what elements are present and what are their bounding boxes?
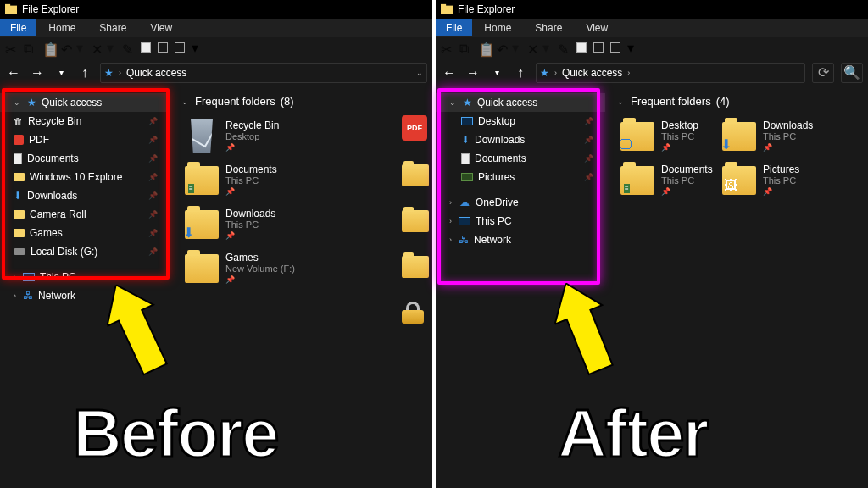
layout-details-icon[interactable]: [593, 42, 604, 53]
partial-folder-icon[interactable]: [402, 164, 429, 186]
quick-access-toolbar: ✂ ⧉ 📋 ↶▾ ✕▾ ✎ ▾: [436, 37, 868, 58]
recent-dropdown[interactable]: ▾: [53, 64, 70, 81]
copy-icon[interactable]: ⧉: [459, 42, 471, 53]
folder-icon: ⬇: [722, 122, 756, 151]
sidebar-item[interactable]: ›This PC: [436, 212, 605, 230]
address-bar[interactable]: ★ › Quick access ⌄: [100, 63, 427, 83]
sidebar-item[interactable]: Camera Roll📌: [0, 205, 170, 224]
frequent-folder[interactable]: 🖵DesktopThis PC📌: [617, 116, 710, 157]
sidebar-item[interactable]: ⌄★Quick access: [0, 93, 170, 112]
pin-icon: 📌: [225, 187, 277, 196]
expand-caret-icon[interactable]: ›: [449, 198, 452, 207]
up-button[interactable]: ↑: [76, 64, 93, 81]
delete-icon[interactable]: ✕: [527, 42, 539, 53]
sidebar-item[interactable]: Documents📌: [0, 149, 170, 168]
menu-home[interactable]: Home: [472, 19, 523, 36]
cut-icon[interactable]: ✂: [441, 42, 453, 53]
sidebar-item[interactable]: ›🖧Network: [436, 230, 605, 249]
sidebar-item[interactable]: ⬇Downloads📌: [0, 186, 170, 205]
menu-file[interactable]: File: [436, 19, 472, 36]
sidebar-item[interactable]: Windows 10 Explore📌: [0, 168, 170, 186]
sidebar-item-label: This PC: [476, 215, 512, 227]
folder-location: This PC: [661, 175, 713, 186]
menu-view[interactable]: View: [138, 19, 184, 36]
refresh-button[interactable]: ⟳: [812, 63, 834, 83]
window-title: File Explorer: [458, 3, 515, 15]
frequent-folder[interactable]: ≡DocumentsThis PC📌: [617, 160, 710, 201]
sidebar-item[interactable]: Desktop📌: [436, 112, 605, 130]
expand-caret-icon[interactable]: ⌄: [617, 97, 624, 106]
sidebar-item[interactable]: Games📌: [0, 224, 170, 242]
copy-icon[interactable]: ⧉: [24, 42, 36, 53]
star-icon: ★: [27, 97, 36, 108]
paste-icon[interactable]: 📋: [478, 42, 490, 53]
menu-share[interactable]: Share: [87, 19, 138, 36]
layout-details-icon[interactable]: [158, 42, 168, 53]
undo-icon[interactable]: ↶: [497, 42, 509, 53]
sidebar-item[interactable]: Documents📌: [436, 149, 605, 168]
frequent-folder[interactable]: ≡DocumentsThis PC📌: [181, 160, 368, 201]
expand-caret-icon[interactable]: ⌄: [449, 98, 456, 107]
menu-view[interactable]: View: [574, 19, 620, 36]
menu-file[interactable]: File: [0, 19, 36, 36]
expand-caret-icon[interactable]: ›: [449, 217, 452, 225]
menu-bar: File Home Share View: [436, 19, 868, 37]
expand-caret-icon[interactable]: ›: [14, 291, 16, 300]
rename-icon[interactable]: ✎: [558, 42, 570, 53]
cut-icon[interactable]: ✂: [5, 42, 17, 53]
sidebar-item[interactable]: Local Disk (G:)📌: [0, 242, 170, 261]
sidebar-item-label: Pictures: [478, 171, 515, 183]
forward-button[interactable]: →: [465, 64, 481, 81]
layout-list-icon[interactable]: [610, 42, 620, 53]
layout-list-icon[interactable]: [175, 42, 185, 53]
partial-folder-icon[interactable]: PDF: [402, 115, 429, 141]
back-button[interactable]: ←: [5, 64, 22, 81]
partial-folder-icon[interactable]: [402, 256, 429, 278]
sidebar-item[interactable]: 🗑Recycle Bin📌: [0, 112, 170, 130]
nav-tree: ⌄★Quick access🗑Recycle Bin📌PDF📌Documents…: [0, 86, 170, 488]
expand-caret-icon[interactable]: ⌄: [181, 97, 188, 106]
folder-icon: ≡: [185, 166, 219, 195]
sidebar-item[interactable]: PDF📌: [0, 130, 170, 149]
sidebar-item[interactable]: ›🖧Network: [0, 286, 170, 305]
delete-icon[interactable]: ✕: [92, 42, 103, 53]
sidebar-item[interactable]: Pictures📌: [436, 168, 605, 186]
expand-caret-icon[interactable]: ›: [14, 273, 16, 281]
recent-dropdown[interactable]: ▾: [488, 64, 505, 81]
up-button[interactable]: ↑: [512, 64, 529, 81]
frequent-folder[interactable]: Recycle BinDesktop📌: [181, 116, 368, 157]
pdf-icon: PDF: [402, 115, 427, 141]
expand-caret-icon[interactable]: ›: [449, 236, 452, 244]
search-button[interactable]: 🔍: [841, 63, 863, 83]
sidebar-item[interactable]: ›☁OneDrive: [436, 193, 605, 212]
paste-icon[interactable]: 📋: [42, 42, 54, 53]
expand-caret-icon[interactable]: ⌄: [14, 98, 20, 107]
partial-folder-icon[interactable]: [402, 302, 429, 324]
sidebar-item[interactable]: ›This PC: [0, 268, 170, 286]
menu-home[interactable]: Home: [36, 19, 87, 36]
pin-icon: 📌: [148, 229, 163, 237]
forward-button[interactable]: →: [29, 64, 46, 81]
frequent-folder[interactable]: GamesNew Volume (F:)📌: [181, 248, 368, 289]
chevron-down-icon[interactable]: ⌄: [416, 69, 423, 77]
partial-folder-icon[interactable]: [402, 210, 429, 232]
rename-icon[interactable]: ✎: [122, 42, 134, 53]
pin-icon: 📌: [584, 117, 598, 125]
menu-share[interactable]: Share: [523, 19, 574, 36]
frequent-folder[interactable]: ⬇DownloadsThis PC📌: [181, 204, 368, 245]
folder-name: Documents: [661, 164, 713, 175]
pin-icon: 📌: [661, 143, 698, 152]
frequent-folder[interactable]: 🖼PicturesThis PC📌: [719, 160, 812, 201]
pictures-icon: [461, 173, 473, 181]
layout-large-icon[interactable]: [576, 42, 587, 53]
cloud-icon: ☁: [459, 198, 470, 207]
back-button[interactable]: ←: [441, 64, 458, 81]
address-bar[interactable]: ★ › Quick access ›: [536, 63, 805, 83]
folder-icon: [402, 164, 429, 186]
layout-large-icon[interactable]: [141, 42, 151, 53]
sidebar-item[interactable]: ⌄★Quick access: [436, 93, 605, 112]
sidebar-item[interactable]: ⬇Downloads📌: [436, 130, 605, 149]
breadcrumb-label: Quick access: [126, 67, 186, 79]
undo-icon[interactable]: ↶: [61, 42, 73, 53]
frequent-folder[interactable]: ⬇DownloadsThis PC📌: [719, 116, 812, 157]
